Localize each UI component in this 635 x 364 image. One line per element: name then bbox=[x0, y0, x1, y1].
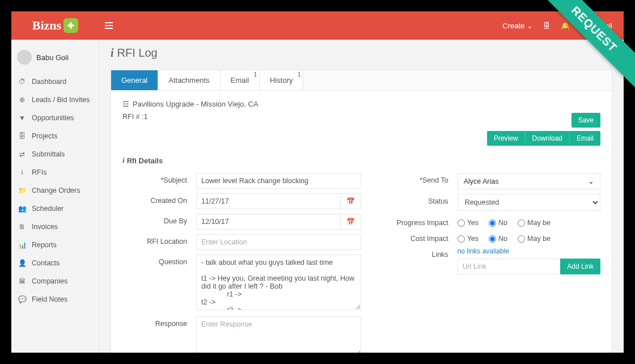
nav-icon: 🗎 bbox=[18, 223, 26, 231]
sidebar-item-label: Change Orders bbox=[32, 187, 80, 194]
topbar: Bizns ✚ Create ⌄ 🗄 🔔 Babu Goli bbox=[11, 11, 624, 40]
tab-badge: 1 bbox=[253, 71, 257, 78]
info-icon: i bbox=[122, 156, 125, 165]
sidebar-item-change-orders[interactable]: 📁Change Orders bbox=[11, 181, 99, 200]
tab-attachments[interactable]: Attachments bbox=[158, 70, 220, 90]
section-title: i Rfi Details bbox=[122, 156, 600, 165]
response-label: Response bbox=[122, 316, 196, 328]
tab-history[interactable]: History1 bbox=[260, 70, 303, 90]
nav-icon: 👥 bbox=[18, 205, 26, 213]
sidebar-item-field-notes[interactable]: 💬Field Notes bbox=[11, 290, 99, 308]
links-label: Links bbox=[384, 247, 458, 259]
calendar-icon[interactable]: 📅 bbox=[341, 193, 361, 209]
sidebar-item-label: Submittals bbox=[32, 150, 65, 158]
sidebar-item-label: Scheduler bbox=[32, 205, 64, 213]
sidebar-item-label: Reports bbox=[32, 241, 57, 249]
tab-email[interactable]: Email1 bbox=[221, 70, 260, 90]
download-button[interactable]: Download bbox=[526, 131, 570, 146]
tab-general[interactable]: General bbox=[111, 70, 158, 90]
email-button[interactable]: Email bbox=[570, 131, 600, 146]
main-content: i RFI Log GeneralAttachmentsEmail1Histor… bbox=[99, 40, 624, 353]
sidebar-item-label: Invoices bbox=[32, 223, 58, 231]
sidebar-item-label: RFIs bbox=[32, 168, 46, 176]
nav-icon: i bbox=[18, 168, 26, 176]
sidebar: Babu Goli ⏱Dashboard⊕Leads / Bid Invites… bbox=[11, 40, 99, 353]
rfi-number: RFI # :1 bbox=[122, 113, 147, 121]
nav-icon: 🏛 bbox=[18, 277, 26, 285]
sidebar-item-companies[interactable]: 🏛Companies bbox=[11, 272, 99, 290]
panel: GeneralAttachmentsEmail1History1 ☲ Pavil… bbox=[111, 70, 612, 353]
calendar-icon[interactable]: 📅 bbox=[341, 214, 361, 230]
logo-text: Bizns bbox=[32, 18, 61, 33]
page-title: i RFI Log bbox=[111, 46, 612, 60]
subject-input[interactable] bbox=[196, 173, 361, 189]
sidebar-item-label: Contacts bbox=[32, 259, 60, 267]
progress-label: Progress Impact bbox=[384, 215, 458, 227]
nav-icon: 🗄 bbox=[18, 132, 26, 140]
cost-label: Cost Impact bbox=[384, 231, 458, 243]
tab-badge: 1 bbox=[298, 71, 301, 78]
sidebar-item-opportunities[interactable]: ▼Opportunities bbox=[11, 109, 99, 127]
sidebar-item-projects[interactable]: 🗄Projects bbox=[11, 127, 99, 145]
sidebar-item-label: Dashboard bbox=[32, 78, 66, 86]
nav-icon: ⏱ bbox=[18, 78, 26, 86]
sidebar-item-submittals[interactable]: ⇄Submittals bbox=[11, 145, 99, 163]
save-button[interactable]: Save bbox=[572, 113, 600, 128]
list-icon: ☲ bbox=[122, 100, 129, 108]
preview-button[interactable]: Preview bbox=[487, 131, 526, 146]
response-textarea[interactable] bbox=[196, 316, 361, 353]
status-select[interactable]: Requested bbox=[458, 194, 600, 211]
progress-yes[interactable]: Yes bbox=[458, 219, 479, 227]
progress-no[interactable]: No bbox=[489, 219, 507, 227]
sidebar-item-rfis[interactable]: iRFIs bbox=[11, 163, 99, 181]
progress-maybe[interactable]: May be bbox=[518, 219, 551, 227]
sidebar-item-contacts[interactable]: 👤Contacts bbox=[11, 254, 99, 272]
status-label: Status bbox=[384, 194, 458, 205]
create-label: Create bbox=[502, 22, 524, 30]
due-input[interactable] bbox=[196, 214, 341, 230]
briefcase-icon[interactable]: 🗄 bbox=[543, 22, 551, 30]
no-links-text: no links avaliable bbox=[458, 247, 600, 255]
url-input[interactable] bbox=[458, 259, 561, 274]
nav-icon: 📁 bbox=[18, 187, 26, 194]
sidebar-item-leads-bid-invites[interactable]: ⊕Leads / Bid Invites bbox=[11, 91, 99, 109]
sendto-label: *Send To bbox=[384, 173, 458, 184]
location-input[interactable] bbox=[196, 234, 361, 250]
logo: Bizns ✚ bbox=[11, 11, 99, 40]
subject-label: *Subject bbox=[122, 173, 196, 184]
chevron-down-icon: ⌄ bbox=[527, 22, 533, 30]
cost-no[interactable]: No bbox=[489, 235, 507, 243]
nav-icon: ⊕ bbox=[18, 96, 26, 104]
location-label: RFI Location bbox=[122, 234, 196, 246]
created-label: Created On bbox=[122, 193, 196, 205]
sidebar-item-scheduler[interactable]: 👥Scheduler bbox=[11, 200, 99, 218]
sidebar-item-reports[interactable]: 📊Reports bbox=[11, 236, 99, 254]
logo-icon: ✚ bbox=[64, 18, 78, 33]
avatar bbox=[17, 50, 32, 65]
chevron-down-icon: ⌄ bbox=[588, 177, 594, 185]
question-textarea[interactable] bbox=[196, 255, 361, 310]
sidebar-item-dashboard[interactable]: ⏱Dashboard bbox=[11, 73, 99, 91]
bell-icon[interactable]: 🔔 bbox=[561, 22, 570, 30]
hamburger-icon[interactable] bbox=[105, 22, 122, 29]
project-line: ☲ Pavillions Upgrade - Mission Viejo, CA bbox=[122, 100, 600, 108]
due-label: Due By bbox=[122, 214, 196, 225]
add-link-button[interactable]: Add Link bbox=[560, 259, 600, 274]
sidebar-username: Babu Goli bbox=[36, 53, 69, 62]
cost-yes[interactable]: Yes bbox=[458, 235, 479, 243]
sidebar-user[interactable]: Babu Goli bbox=[11, 46, 99, 73]
sidebar-item-label: Field Notes bbox=[32, 295, 67, 303]
nav-icon: 👤 bbox=[18, 259, 26, 267]
cost-maybe[interactable]: May be bbox=[518, 235, 551, 243]
question-label: Question bbox=[122, 255, 196, 266]
nav-icon: 💬 bbox=[18, 295, 26, 303]
tabs: GeneralAttachmentsEmail1History1 bbox=[111, 70, 612, 91]
created-input[interactable] bbox=[196, 193, 341, 209]
info-icon: i bbox=[111, 46, 114, 60]
nav-icon: ▼ bbox=[18, 114, 26, 122]
create-button[interactable]: Create ⌄ bbox=[502, 22, 533, 30]
sendto-value: Alyce Arias bbox=[464, 177, 499, 185]
sidebar-item-label: Opportunities bbox=[32, 114, 74, 122]
sidebar-item-invoices[interactable]: 🗎Invoices bbox=[11, 218, 99, 236]
sendto-select[interactable]: Alyce Arias ⌄ bbox=[458, 173, 600, 189]
